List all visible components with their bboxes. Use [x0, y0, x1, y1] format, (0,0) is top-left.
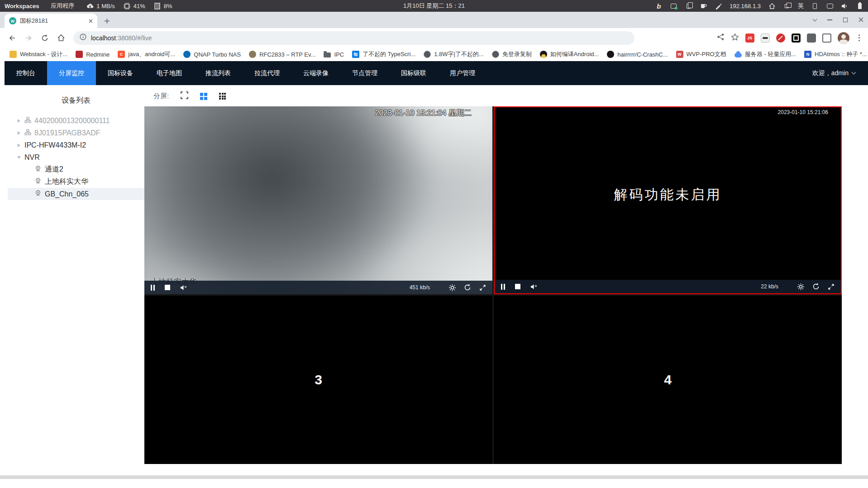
bookmark-item[interactable]: WWVP-PRO文档 — [672, 50, 730, 58]
extensions-puzzle-icon[interactable] — [807, 33, 816, 43]
browser-menu-icon[interactable] — [856, 34, 863, 42]
input-method-indicator[interactable]: 英 — [798, 2, 804, 10]
github-favicon-icon — [607, 51, 614, 58]
nav-item-map[interactable]: 电子地图 — [145, 61, 194, 85]
video-grid: 2023-01-10 15:21:04 星期二 上地科实大华 451 kb/s — [144, 106, 842, 464]
nav-item-pull-proxy[interactable]: 拉流代理 — [243, 61, 291, 85]
back-button[interactable] — [5, 31, 19, 45]
bookmark-item[interactable]: 如何编译Android... — [536, 50, 603, 58]
display-settings-icon[interactable] — [826, 2, 834, 10]
tree-item-device[interactable]: IPC-HFW4433M-I2 — [8, 139, 144, 151]
user-menu[interactable]: 欢迎，admin — [812, 61, 855, 85]
reload-button[interactable] — [38, 31, 52, 45]
extension-darkreader-icon[interactable] — [761, 33, 770, 43]
stop-button[interactable] — [165, 285, 170, 290]
clipboard-tray-icon[interactable] — [685, 2, 692, 10]
mute-button[interactable] — [530, 284, 538, 290]
bookmark-item[interactable]: NHDAtmos :: 种子 *... — [800, 50, 868, 58]
screenshot-tray-icon[interactable] — [670, 2, 677, 10]
bookmark-item[interactable]: 知了不起的 TypeScri... — [348, 50, 420, 58]
bookmark-item[interactable]: Redmine — [72, 51, 114, 58]
caret-right-icon[interactable] — [18, 144, 20, 147]
forward-button[interactable] — [22, 31, 35, 45]
caffeine-tray-icon[interactable] — [700, 2, 707, 10]
extension-frame-icon[interactable] — [822, 33, 831, 43]
refresh-icon[interactable] — [812, 283, 820, 290]
video-tile-2-selected[interactable]: 2023-01-10 15:21:06 解码功能未启用 22 kb/s — [494, 106, 842, 294]
tab-search-icon[interactable] — [813, 17, 817, 22]
bookmark-item[interactable]: Webstack - 设计... — [5, 50, 72, 58]
window-maximize-button[interactable] — [843, 18, 848, 22]
bing-tray-icon[interactable]: b — [655, 2, 663, 10]
new-tab-button[interactable] — [101, 15, 113, 27]
bookmark-item[interactable]: 免登录复制 — [488, 50, 536, 58]
nav-item-gb-devices[interactable]: 国标设备 — [96, 61, 145, 85]
phone-link-icon[interactable] — [811, 2, 819, 10]
home-button[interactable] — [54, 31, 68, 45]
bookmark-star-icon[interactable] — [731, 33, 739, 43]
video-tile-4[interactable]: 4 — [494, 296, 842, 464]
tree-item-device-nvr[interactable]: NVR — [8, 151, 144, 163]
tab-close-icon[interactable] — [89, 17, 93, 25]
settings-gear-icon[interactable] — [449, 284, 456, 291]
nav-item-split-screen[interactable]: 分屏监控 — [47, 61, 96, 85]
nav-item-user-manage[interactable]: 用户管理 — [438, 61, 487, 85]
bookmark-item[interactable]: QNAP Turbo NAS — [179, 51, 245, 58]
tweaks-tray-icon[interactable] — [715, 2, 722, 10]
app-nav-bar: 控制台 分屏监控 国标设备 电子地图 推流列表 拉流代理 云端录像 节点管理 国… — [5, 61, 868, 85]
nav-item-console[interactable]: 控制台 — [5, 61, 47, 85]
ip-address-indicator[interactable]: 192.168.1.3 — [730, 3, 761, 10]
windows-tray-icon[interactable] — [783, 2, 791, 10]
network-speed-indicator[interactable]: 1 MB/s — [86, 2, 114, 10]
profile-avatar[interactable] — [838, 32, 849, 44]
cpu-indicator[interactable]: 41% — [123, 2, 145, 10]
battery-icon[interactable] — [856, 2, 863, 10]
workspaces-button[interactable]: Workspaces — [5, 3, 39, 10]
bookmark-folder[interactable]: IPC — [320, 51, 348, 58]
bookmark-item[interactable]: hairrrrr/C-CrashC... — [603, 51, 672, 58]
four-split-icon[interactable] — [200, 93, 207, 100]
bookmark-item[interactable]: 1.8W字|了不起的... — [420, 50, 488, 58]
window-close-button[interactable] — [858, 16, 863, 24]
memory-indicator[interactable]: 8% — [153, 2, 172, 10]
single-screen-icon[interactable] — [181, 91, 188, 101]
volume-icon[interactable] — [841, 2, 849, 10]
caret-down-icon[interactable] — [17, 156, 21, 159]
tree-item-platform[interactable]: 8J01915PAGB3ADF — [8, 127, 144, 139]
video-tile-1[interactable]: 2023-01-10 15:21:04 星期二 上地科实大华 451 kb/s — [144, 106, 492, 294]
page-bottom-strip — [0, 475, 868, 479]
bookmark-item[interactable]: 服务器 - 轻量应用... — [730, 50, 800, 58]
browser-tab[interactable]: w 国标28181 — [5, 14, 97, 28]
caret-right-icon[interactable] — [18, 131, 20, 135]
share-icon[interactable] — [717, 33, 725, 43]
pause-button[interactable] — [501, 284, 505, 290]
refresh-icon[interactable] — [464, 284, 471, 291]
tree-item-channel[interactable]: 上地科实大华 — [8, 176, 144, 188]
nine-split-icon[interactable] — [219, 93, 226, 100]
home-tray-icon[interactable] — [768, 2, 776, 10]
address-bar[interactable]: localhost:38080/#/live — [73, 31, 634, 45]
extension-screenshot-icon[interactable] — [792, 33, 801, 43]
pause-button[interactable] — [151, 285, 155, 291]
bookmark-item[interactable]: RFC2833 – RTP Ev... — [245, 51, 320, 58]
stop-button[interactable] — [515, 284, 520, 289]
fullscreen-icon[interactable] — [828, 283, 835, 290]
tree-item-channel[interactable]: 通道2 — [8, 163, 144, 176]
nav-item-gb-cascade[interactable]: 国标级联 — [389, 61, 438, 85]
caret-right-icon[interactable] — [18, 119, 20, 123]
applications-menu[interactable]: 应用程序 — [51, 2, 74, 10]
video-tile-3[interactable]: 3 — [144, 296, 492, 464]
fullscreen-icon[interactable] — [479, 284, 486, 291]
nav-item-push-list[interactable]: 推流列表 — [194, 61, 243, 85]
nav-item-node-manage[interactable]: 节点管理 — [340, 61, 389, 85]
extension-blocker-icon[interactable] — [776, 33, 785, 43]
nav-item-cloud-record[interactable]: 云端录像 — [291, 61, 340, 85]
mute-button[interactable] — [180, 285, 187, 291]
extension-js-icon[interactable]: JS — [745, 33, 754, 43]
window-minimize-button[interactable] — [827, 19, 832, 20]
settings-gear-icon[interactable] — [797, 283, 804, 290]
bookmark-item[interactable]: Cjava、android可... — [114, 50, 179, 58]
site-info-icon[interactable] — [80, 33, 86, 42]
tree-item-platform[interactable]: 4402000013200000111 — [8, 115, 144, 127]
tree-item-channel-selected[interactable]: GB_Chn_065 — [8, 188, 144, 200]
